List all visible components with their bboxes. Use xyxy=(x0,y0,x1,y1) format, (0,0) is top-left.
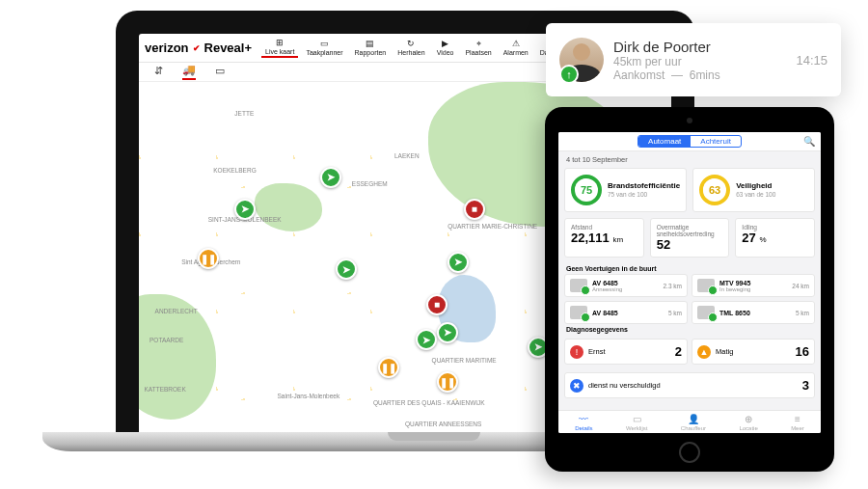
stat-label: Afstand xyxy=(571,224,637,231)
vehicle-item[interactable]: AV 8485 5 km xyxy=(564,301,688,324)
stat-card[interactable]: Afstand 22,111 km xyxy=(564,218,644,258)
vehicle-name: AV 8485 xyxy=(592,310,618,316)
map-label: QUARTIER MARITIME xyxy=(432,357,497,364)
nav-alarmen[interactable]: ⚠Alarmen xyxy=(500,39,532,57)
stat-label: Idling xyxy=(742,224,808,231)
vehicle-item[interactable]: AV 6485Anneessing 2.3 km xyxy=(564,274,688,297)
stats-row: Afstand 22,111 kmOvermatige snelheidsove… xyxy=(558,212,821,263)
rapporten-icon: ▤ xyxy=(366,40,374,48)
tabbar-item[interactable]: 👤Chauffeur xyxy=(681,414,706,431)
vehicle-marker-grn[interactable]: ➤ xyxy=(416,329,437,350)
tabbar-item[interactable]: ≡Meer xyxy=(791,414,804,431)
tabbar-item[interactable]: ▭Werklijst xyxy=(626,414,648,431)
truck-icon[interactable]: 🚚 xyxy=(182,64,196,80)
window-icon[interactable]: ▭ xyxy=(215,65,225,79)
vehicle-list: AV 6485Anneessing 2.3 km MTV 9945In bewe… xyxy=(558,274,821,324)
nav-rapporten[interactable]: ▤Rapporten xyxy=(351,39,391,57)
stat-card[interactable]: Idling 27 % xyxy=(735,218,815,258)
vehicle-marker-org[interactable]: ❚❚ xyxy=(437,371,458,393)
nav-livekaart[interactable]: ⊞Live kaart xyxy=(261,38,298,58)
vehicles-header: Geen Voertuigen in de buurt xyxy=(558,263,821,274)
stat-card[interactable]: Overmatige snelheidsovertreding 52 xyxy=(650,218,730,258)
nav-herhalen[interactable]: ↻Herhalen xyxy=(393,39,428,57)
vehicle-name: AV 6485 xyxy=(592,280,622,286)
tab-icon: ⊕ xyxy=(745,414,752,424)
diagnostic-item[interactable]: ✖ dienst nu verschuldigd 3 xyxy=(564,372,815,398)
vehicle-marker-red[interactable]: ■ xyxy=(464,199,485,220)
vehicle-marker-grn[interactable]: ➤ xyxy=(234,199,256,220)
hierarchy-icon[interactable]: ⇵ xyxy=(154,65,163,79)
taakplanner-icon: ▭ xyxy=(320,40,329,48)
map-label: POTAARDE xyxy=(149,337,183,343)
map-label: ANDERLECHT xyxy=(155,308,198,314)
driver-speed: 45km per uur xyxy=(613,55,786,68)
arrow-up-icon: ↑ xyxy=(559,65,579,84)
vehicle-marker-grn[interactable]: ➤ xyxy=(448,252,469,273)
diagnostic-item[interactable]: ! Ernst 2 xyxy=(564,339,688,365)
tab-label: Chauffeur xyxy=(681,425,706,431)
nav-label: Rapporten xyxy=(355,49,387,56)
vehicle-item[interactable]: MTV 9945In beweging 24 km xyxy=(692,274,815,297)
search-icon[interactable]: 🔍 xyxy=(803,136,815,147)
diagnostic-icon: ✖ xyxy=(570,379,583,393)
segment-right[interactable]: Achteruit xyxy=(691,136,741,147)
map-park xyxy=(255,183,322,231)
herhalen-icon: ↻ xyxy=(407,40,415,48)
tab-label: Werklijst xyxy=(626,425,648,431)
nav-label: Plaatsen xyxy=(465,49,491,56)
tab-icon: ▭ xyxy=(633,414,641,424)
nav-label: Alarmen xyxy=(503,49,529,56)
livekaart-icon: ⊞ xyxy=(276,39,284,47)
truck-icon xyxy=(570,306,587,319)
map-label: QUARTIER ANNEESSENS xyxy=(405,421,481,427)
score-card[interactable]: 63 Veiligheid63 van de 100 xyxy=(692,168,815,212)
notification-body: Dirk de Poorter 45km per uur Aankomst — … xyxy=(613,39,786,82)
brand-product: Reveal+ xyxy=(204,41,253,55)
tablet-home-button[interactable] xyxy=(679,442,700,463)
vehicle-distance: 24 km xyxy=(792,283,809,289)
vehicle-marker-grn[interactable]: ➤ xyxy=(336,258,357,280)
diagnostics-row: ! Ernst 2▲ Matig 16 xyxy=(558,335,821,368)
tab-label: Meer xyxy=(791,425,804,431)
vehicle-sub: In beweging xyxy=(719,286,750,292)
vehicle-marker-org[interactable]: ❚❚ xyxy=(198,248,219,269)
score-ring: 75 xyxy=(571,175,602,205)
laptop-trackpad-notch xyxy=(388,432,480,441)
score-card[interactable]: 75 Brandstofefficiëntie75 van de 100 xyxy=(564,168,687,212)
driver-notification[interactable]: ↑ Dirk de Poorter 45km per uur Aankomst … xyxy=(546,23,841,96)
nav-video[interactable]: ▶Video xyxy=(433,39,458,57)
vehicle-distance: 5 km xyxy=(796,310,809,316)
vehicle-marker-red[interactable]: ■ xyxy=(426,294,448,315)
diagnostic-item[interactable]: ▲ Matig 16 xyxy=(692,339,815,365)
map-label: QUARTIER DES QUAIS - KAAIENWIJK xyxy=(373,399,485,406)
vehicle-sub: Anneessing xyxy=(592,286,622,292)
map-label: QUARTIER MARIE-CHRISTINE xyxy=(448,223,537,230)
driver-arrival: Aankomst — 6mins xyxy=(613,68,786,82)
vehicle-marker-grn[interactable]: ➤ xyxy=(320,167,341,188)
diagnostic-icon: ▲ xyxy=(697,345,711,359)
nav-label: Video xyxy=(437,49,454,56)
stat-value: 52 xyxy=(657,237,723,252)
diagnostic-value: 2 xyxy=(675,344,682,359)
segment-left[interactable]: Automaat xyxy=(638,136,691,147)
tabbar-item[interactable]: 〰Details xyxy=(575,414,592,431)
map-label: Saint-Jans-Molenbeek xyxy=(278,393,340,399)
score-cards-row: 75 Brandstofefficiëntie75 van de 10063 V… xyxy=(558,168,821,212)
vehicle-marker-org[interactable]: ❚❚ xyxy=(378,357,399,378)
tab-icon: ≡ xyxy=(795,414,800,424)
nav-taakplanner[interactable]: ▭Taakplanner xyxy=(302,39,346,57)
map-label: LAEKEN xyxy=(394,152,420,159)
vehicle-item[interactable]: TML 8650 5 km xyxy=(692,301,815,324)
vehicle-distance: 2.3 km xyxy=(663,283,682,289)
stat-value: 27 % xyxy=(742,231,808,245)
diagnostic-value: 16 xyxy=(796,344,809,359)
nav-plaatsen[interactable]: ⌖Plaatsen xyxy=(461,39,495,57)
vehicle-name: TML 8650 xyxy=(719,310,750,316)
vehicle-marker-grn[interactable]: ➤ xyxy=(437,322,458,343)
tab-icon: 👤 xyxy=(688,414,699,424)
brand-checkmark-icon: ✔ xyxy=(193,43,201,53)
notification-time: 14:15 xyxy=(796,53,827,68)
tablet-frame: Automaat Achteruit 🔍 4 tot 10 September … xyxy=(545,107,834,472)
segmented-control[interactable]: Automaat Achteruit xyxy=(637,135,742,148)
tabbar-item[interactable]: ⊕Locatie xyxy=(739,414,757,431)
